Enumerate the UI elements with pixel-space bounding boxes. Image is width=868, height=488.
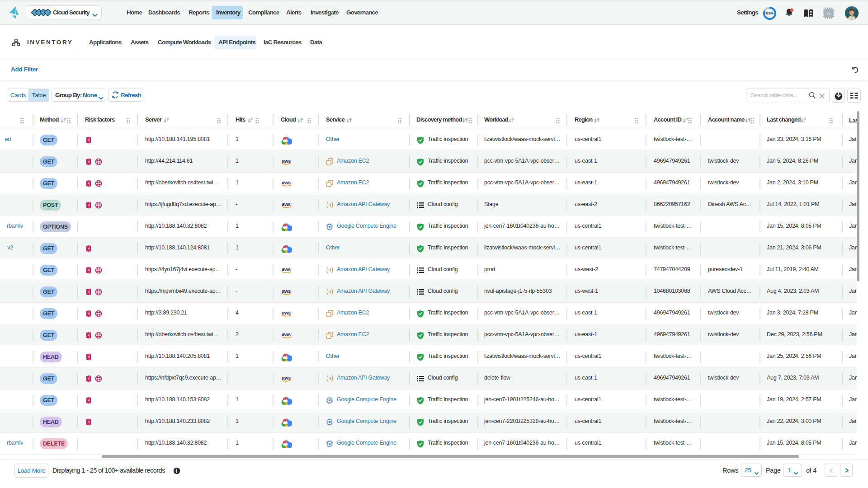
svg-text:AI: AI	[827, 11, 831, 16]
svg-text:aws: aws	[282, 202, 291, 207]
svg-text:aws: aws	[282, 158, 291, 164]
svg-text:aws: aws	[282, 375, 291, 380]
svg-text:aws: aws	[282, 332, 291, 337]
svg-text:aws: aws	[282, 310, 291, 315]
svg-text:aws: aws	[282, 288, 291, 294]
svg-text:aws: aws	[282, 267, 291, 272]
svg-text:aws: aws	[282, 180, 291, 185]
